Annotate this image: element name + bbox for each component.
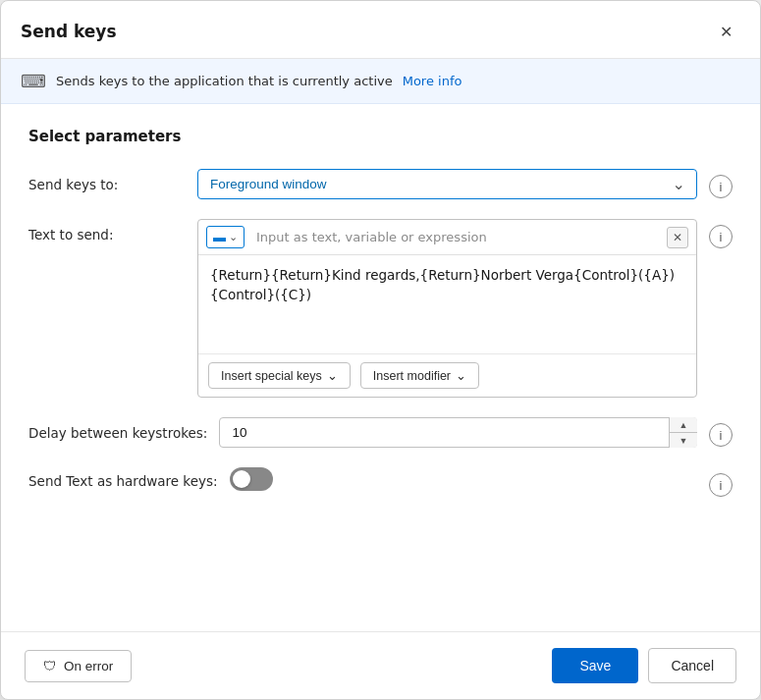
- insert-modifier-button[interactable]: Insert modifier ⌄: [360, 362, 479, 389]
- text-to-send-info-button[interactable]: i: [709, 225, 733, 248]
- cancel-button[interactable]: Cancel: [648, 648, 736, 683]
- toolbar-chevron-icon: ⌄: [229, 231, 238, 243]
- text-content[interactable]: {Return}{Return}Kind regards,{Return}Nor…: [198, 255, 696, 353]
- text-to-send-label: Text to send:: [28, 219, 186, 242]
- text-area-container: ▬ ⌄ Input as text, variable or expressio…: [197, 219, 697, 398]
- insert-modifier-label: Insert modifier: [373, 369, 451, 383]
- dialog-body: Select parameters Send keys to: Foregrou…: [1, 104, 760, 631]
- toggle-thumb: [233, 470, 250, 488]
- save-button[interactable]: Save: [552, 648, 638, 683]
- dialog: Send keys ✕ ⌨ Sends keys to the applicat…: [0, 0, 761, 700]
- delay-spinner: ▲ ▼: [669, 417, 697, 448]
- send-keys-to-row: Send keys to: Foreground window i: [28, 169, 733, 199]
- insert-special-keys-label: Insert special keys: [221, 369, 322, 383]
- delay-decrement-button[interactable]: ▼: [670, 433, 697, 448]
- delay-label: Delay between keystrokes:: [28, 417, 207, 441]
- section-title: Select parameters: [28, 128, 733, 145]
- keyboard-icon: ⌨: [21, 71, 46, 91]
- insert-modifier-chevron: ⌄: [456, 368, 466, 383]
- send-keys-to-control: Foreground window: [197, 169, 697, 199]
- toolbar-placeholder: Input as text, variable or expression: [248, 230, 688, 244]
- dialog-title: Send keys: [21, 22, 117, 41]
- on-error-label: On error: [64, 659, 113, 673]
- toolbar-mode-button[interactable]: ▬ ⌄: [206, 226, 245, 248]
- delay-info-button[interactable]: i: [709, 423, 733, 447]
- delay-control: ▲ ▼: [219, 417, 697, 448]
- send-keys-to-select[interactable]: Foreground window: [197, 169, 697, 199]
- insert-special-keys-button[interactable]: Insert special keys ⌄: [208, 362, 351, 389]
- hardware-keys-label: Send Text as hardware keys:: [28, 467, 218, 489]
- dialog-footer: 🛡 On error Save Cancel: [1, 631, 760, 699]
- more-info-link[interactable]: More info: [403, 74, 462, 88]
- text-to-send-control: ▬ ⌄ Input as text, variable or expressio…: [197, 219, 697, 398]
- shield-icon: 🛡: [43, 659, 57, 673]
- send-keys-to-info-button[interactable]: i: [709, 175, 733, 198]
- send-keys-to-wrapper: Foreground window: [197, 169, 697, 199]
- clear-button[interactable]: ✕: [667, 227, 688, 248]
- delay-increment-button[interactable]: ▲: [670, 417, 697, 433]
- footer-right: Save Cancel: [552, 648, 736, 683]
- toolbar-mode-icon: ▬: [213, 230, 226, 244]
- delay-input[interactable]: [219, 417, 697, 448]
- delay-input-wrapper: ▲ ▼: [219, 417, 697, 448]
- hardware-keys-info-button[interactable]: i: [709, 473, 733, 497]
- hardware-keys-row: Send Text as hardware keys: i: [28, 467, 733, 497]
- on-error-button[interactable]: 🛡 On error: [25, 650, 132, 682]
- hardware-keys-toggle[interactable]: [230, 467, 273, 491]
- banner-text: Sends keys to the application that is cu…: [56, 74, 393, 88]
- text-to-send-row: Text to send: ▬ ⌄ Input as text, variabl…: [28, 219, 733, 398]
- delay-row: Delay between keystrokes: ▲ ▼ i: [28, 417, 733, 448]
- text-actions: Insert special keys ⌄ Insert modifier ⌄: [198, 353, 696, 397]
- info-banner: ⌨ Sends keys to the application that is …: [1, 59, 760, 104]
- send-keys-to-label: Send keys to:: [28, 169, 186, 192]
- close-button[interactable]: ✕: [711, 17, 740, 46]
- dialog-header: Send keys ✕: [1, 1, 760, 59]
- insert-special-keys-chevron: ⌄: [327, 368, 338, 383]
- text-area-toolbar: ▬ ⌄ Input as text, variable or expressio…: [198, 220, 696, 255]
- toggle-track: [230, 467, 273, 491]
- hardware-keys-control: [230, 467, 697, 491]
